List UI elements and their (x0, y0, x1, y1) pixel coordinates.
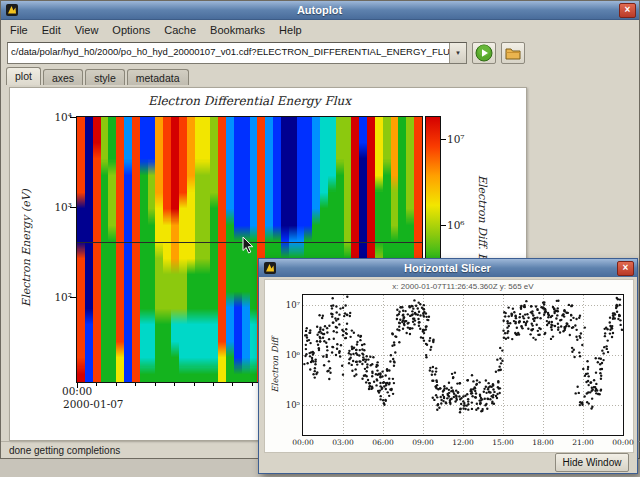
slicer-x-tick-label: 12:00 (449, 438, 477, 447)
tick-mark (232, 383, 233, 386)
slicer-y-tick-label: 10⁶ (279, 350, 300, 360)
menu-item-help[interactable]: Help (272, 22, 309, 38)
tick-mark (194, 383, 195, 386)
tick-mark (70, 297, 76, 298)
tick-mark (77, 383, 78, 388)
slicer-content: x: 2000-01-07T11:26:45.360Z y: 565 eV El… (259, 277, 637, 473)
menu-item-edit[interactable]: Edit (35, 22, 68, 38)
tick-mark (441, 139, 446, 140)
colorbar-tick-label: 10⁷ (447, 133, 473, 145)
slicer-window-title: Horizontal Slicer (278, 259, 617, 277)
close-icon: × (625, 5, 631, 15)
window-title: Autoplot (20, 1, 619, 19)
open-file-button[interactable] (501, 42, 525, 64)
tick-mark (441, 225, 446, 226)
close-button[interactable]: × (619, 3, 636, 18)
y-tick-label: 10² (44, 291, 72, 303)
y-axis-label: Electron Energy (eV) (20, 189, 33, 307)
combo-dropdown-button[interactable]: ▼ (449, 43, 466, 63)
colorbar-tick-label: 10⁶ (447, 219, 473, 231)
slicer-close-button[interactable]: × (617, 261, 634, 276)
slicer-canvas[interactable] (303, 295, 623, 435)
slicer-y-tick-label: 10⁵ (279, 400, 300, 410)
tick-mark (96, 383, 97, 386)
slicer-y-tick-label: 10⁷ (279, 300, 300, 310)
slicer-x-tick-label: 03:00 (329, 438, 357, 447)
slicer-x-tick-label: 06:00 (369, 438, 397, 447)
y-tick-label: 10³ (44, 201, 72, 213)
plot-go-button[interactable] (472, 42, 496, 64)
y-tick-label: 10⁴ (44, 111, 72, 123)
menu-item-file[interactable]: File (3, 22, 35, 38)
menu-item-cache[interactable]: Cache (157, 22, 203, 38)
close-icon: × (623, 263, 629, 273)
desktop: Autoplot × File Edit View Options Cache … (0, 0, 640, 477)
address-bar: c/data/polar/hyd_h0/2000/po_h0_hyd_20000… (1, 40, 639, 66)
menu-item-bookmarks[interactable]: Bookmarks (203, 22, 272, 38)
slicer-x-tick-label: 15:00 (489, 438, 517, 447)
tab-strip: plot axes style metadata (1, 66, 639, 87)
tick-mark (213, 383, 214, 386)
slicer-x-tick-label: 18:00 (529, 438, 557, 447)
slicer-x-tick-label: 00:00 (289, 438, 317, 447)
slicer-x-tick-label: 09:00 (409, 438, 437, 447)
slicer-window: Horizontal Slicer × x: 2000-01-07T11:26:… (258, 258, 638, 474)
tick-mark (70, 207, 76, 208)
tick-mark (116, 383, 117, 386)
slicer-titlebar[interactable]: Horizontal Slicer × (259, 259, 637, 278)
play-icon (475, 44, 493, 62)
menu-item-options[interactable]: Options (105, 22, 157, 38)
tick-mark (174, 383, 175, 386)
chevron-down-icon: ▼ (455, 50, 461, 56)
slicer-x-tick-label: 21:00 (569, 438, 597, 447)
hide-window-button[interactable]: Hide Window (555, 453, 629, 472)
tab-plot[interactable]: plot (6, 67, 41, 87)
tab-style[interactable]: style (85, 69, 125, 86)
main-titlebar[interactable]: Autoplot × (1, 1, 639, 20)
mouse-cursor (242, 236, 255, 255)
autoplot-icon (6, 4, 18, 16)
tab-metadata[interactable]: metadata (127, 69, 189, 86)
tick-mark (252, 383, 253, 386)
tick-mark (135, 383, 136, 386)
folder-icon (505, 47, 521, 60)
tab-axes[interactable]: axes (43, 69, 83, 86)
address-input[interactable]: c/data/polar/hyd_h0/2000/po_h0_hyd_20000… (8, 43, 449, 63)
address-combobox[interactable]: c/data/polar/hyd_h0/2000/po_h0_hyd_20000… (7, 42, 467, 64)
slicer-x-tick-label: 00:00 (609, 438, 637, 447)
slicer-plot-frame (302, 294, 624, 436)
plot-title: Electron Differential Energy Flux (77, 94, 422, 108)
slicer-annotation: x: 2000-01-07T11:26:45.360Z y: 565 eV (303, 282, 623, 291)
autoplot-icon (264, 262, 276, 274)
status-text: done getting completions (9, 445, 120, 456)
tick-mark (70, 117, 76, 118)
tick-mark (155, 383, 156, 386)
menu-item-view[interactable]: View (68, 22, 106, 38)
x-axis-date: 2000-01-07 (63, 398, 124, 410)
slicer-y-axis-label: Electron Diff (270, 337, 280, 392)
menubar: File Edit View Options Cache Bookmarks H… (1, 20, 639, 40)
